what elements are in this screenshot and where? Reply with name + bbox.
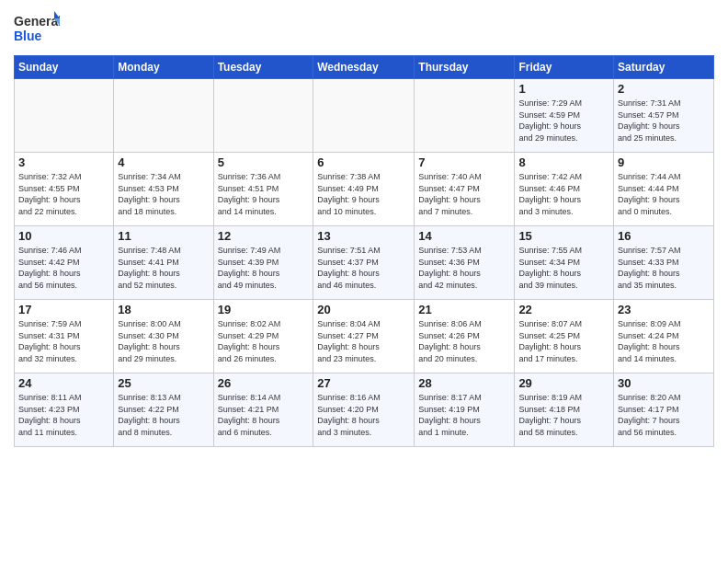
weekday-header-row: SundayMondayTuesdayWednesdayThursdayFrid…	[15, 56, 714, 79]
weekday-header-tuesday: Tuesday	[213, 56, 313, 79]
day-info: Sunrise: 8:06 AM Sunset: 4:26 PM Dayligh…	[418, 318, 510, 364]
day-number: 10	[18, 229, 109, 243]
calendar-cell	[15, 79, 114, 153]
calendar-cell: 17Sunrise: 7:59 AM Sunset: 4:31 PM Dayli…	[15, 300, 114, 373]
day-info: Sunrise: 7:48 AM Sunset: 4:41 PM Dayligh…	[118, 245, 209, 291]
day-number: 14	[418, 229, 510, 243]
day-number: 8	[518, 155, 609, 169]
logo: General Blue	[14, 9, 60, 48]
day-info: Sunrise: 7:55 AM Sunset: 4:34 PM Dayligh…	[518, 245, 609, 291]
day-info: Sunrise: 7:42 AM Sunset: 4:46 PM Dayligh…	[518, 171, 609, 217]
day-number: 7	[418, 155, 510, 169]
calendar-table: SundayMondayTuesdayWednesdayThursdayFrid…	[14, 55, 714, 447]
day-info: Sunrise: 8:11 AM Sunset: 4:23 PM Dayligh…	[18, 392, 109, 438]
day-number: 12	[218, 229, 310, 243]
calendar-cell: 1Sunrise: 7:29 AM Sunset: 4:59 PM Daylig…	[515, 79, 614, 153]
day-info: Sunrise: 8:13 AM Sunset: 4:22 PM Dayligh…	[118, 392, 209, 438]
calendar-cell: 16Sunrise: 7:57 AM Sunset: 4:33 PM Dayli…	[614, 226, 714, 300]
day-info: Sunrise: 7:36 AM Sunset: 4:51 PM Dayligh…	[218, 171, 310, 217]
day-info: Sunrise: 7:34 AM Sunset: 4:53 PM Dayligh…	[118, 171, 209, 217]
day-number: 4	[118, 155, 209, 169]
day-info: Sunrise: 8:07 AM Sunset: 4:25 PM Dayligh…	[518, 318, 609, 364]
calendar-week-row: 24Sunrise: 8:11 AM Sunset: 4:23 PM Dayli…	[15, 373, 714, 447]
day-info: Sunrise: 7:51 AM Sunset: 4:37 PM Dayligh…	[317, 245, 410, 291]
day-number: 28	[418, 376, 510, 390]
calendar-cell: 13Sunrise: 7:51 AM Sunset: 4:37 PM Dayli…	[313, 226, 415, 300]
day-info: Sunrise: 8:00 AM Sunset: 4:30 PM Dayligh…	[118, 318, 209, 364]
day-info: Sunrise: 8:19 AM Sunset: 4:18 PM Dayligh…	[518, 392, 609, 438]
calendar-cell: 7Sunrise: 7:40 AM Sunset: 4:47 PM Daylig…	[415, 153, 515, 226]
weekday-header-saturday: Saturday	[614, 56, 714, 79]
calendar-cell	[114, 79, 213, 153]
day-info: Sunrise: 7:46 AM Sunset: 4:42 PM Dayligh…	[18, 245, 109, 291]
day-info: Sunrise: 8:16 AM Sunset: 4:20 PM Dayligh…	[317, 392, 410, 438]
svg-text:Blue: Blue	[14, 29, 42, 43]
day-number: 24	[18, 376, 109, 390]
calendar-cell: 21Sunrise: 8:06 AM Sunset: 4:26 PM Dayli…	[415, 300, 515, 373]
day-info: Sunrise: 7:49 AM Sunset: 4:39 PM Dayligh…	[218, 245, 310, 291]
day-info: Sunrise: 8:09 AM Sunset: 4:24 PM Dayligh…	[618, 318, 710, 364]
calendar-cell	[313, 79, 415, 153]
calendar-week-row: 17Sunrise: 7:59 AM Sunset: 4:31 PM Dayli…	[15, 300, 714, 373]
calendar-cell: 27Sunrise: 8:16 AM Sunset: 4:20 PM Dayli…	[313, 373, 415, 447]
calendar-cell: 2Sunrise: 7:31 AM Sunset: 4:57 PM Daylig…	[614, 79, 714, 153]
calendar-cell: 11Sunrise: 7:48 AM Sunset: 4:41 PM Dayli…	[114, 226, 213, 300]
calendar-cell: 26Sunrise: 8:14 AM Sunset: 4:21 PM Dayli…	[213, 373, 313, 447]
weekday-header-wednesday: Wednesday	[313, 56, 415, 79]
calendar-cell: 19Sunrise: 8:02 AM Sunset: 4:29 PM Dayli…	[213, 300, 313, 373]
day-info: Sunrise: 7:57 AM Sunset: 4:33 PM Dayligh…	[618, 245, 710, 291]
day-number: 17	[18, 303, 109, 316]
calendar-cell: 10Sunrise: 7:46 AM Sunset: 4:42 PM Dayli…	[15, 226, 114, 300]
day-number: 22	[518, 303, 609, 316]
calendar-cell: 29Sunrise: 8:19 AM Sunset: 4:18 PM Dayli…	[515, 373, 614, 447]
calendar-cell: 30Sunrise: 8:20 AM Sunset: 4:17 PM Dayli…	[614, 373, 714, 447]
day-number: 1	[518, 82, 609, 96]
day-number: 29	[518, 376, 609, 390]
calendar-cell: 5Sunrise: 7:36 AM Sunset: 4:51 PM Daylig…	[213, 153, 313, 226]
day-number: 6	[317, 155, 410, 169]
day-number: 23	[618, 303, 710, 316]
day-number: 15	[518, 229, 609, 243]
day-number: 19	[218, 303, 310, 316]
day-info: Sunrise: 7:53 AM Sunset: 4:36 PM Dayligh…	[418, 245, 510, 291]
calendar-cell: 20Sunrise: 8:04 AM Sunset: 4:27 PM Dayli…	[313, 300, 415, 373]
day-info: Sunrise: 8:14 AM Sunset: 4:21 PM Dayligh…	[218, 392, 310, 438]
logo-svg: General Blue	[14, 9, 60, 48]
day-info: Sunrise: 7:59 AM Sunset: 4:31 PM Dayligh…	[18, 318, 109, 364]
day-info: Sunrise: 8:04 AM Sunset: 4:27 PM Dayligh…	[317, 318, 410, 364]
svg-text:General: General	[14, 14, 60, 29]
day-number: 5	[218, 155, 310, 169]
day-number: 3	[18, 155, 109, 169]
day-number: 26	[218, 376, 310, 390]
day-info: Sunrise: 7:40 AM Sunset: 4:47 PM Dayligh…	[418, 171, 510, 217]
calendar-cell: 4Sunrise: 7:34 AM Sunset: 4:53 PM Daylig…	[114, 153, 213, 226]
day-number: 2	[618, 82, 710, 96]
calendar-cell: 25Sunrise: 8:13 AM Sunset: 4:22 PM Dayli…	[114, 373, 213, 447]
day-number: 20	[317, 303, 410, 316]
day-info: Sunrise: 7:44 AM Sunset: 4:44 PM Dayligh…	[618, 171, 710, 217]
day-info: Sunrise: 8:02 AM Sunset: 4:29 PM Dayligh…	[218, 318, 310, 364]
weekday-header-thursday: Thursday	[415, 56, 515, 79]
day-number: 11	[118, 229, 209, 243]
day-info: Sunrise: 7:29 AM Sunset: 4:59 PM Dayligh…	[518, 98, 609, 144]
day-number: 9	[618, 155, 710, 169]
calendar-cell: 12Sunrise: 7:49 AM Sunset: 4:39 PM Dayli…	[213, 226, 313, 300]
weekday-header-sunday: Sunday	[15, 56, 114, 79]
calendar-cell: 18Sunrise: 8:00 AM Sunset: 4:30 PM Dayli…	[114, 300, 213, 373]
calendar-cell: 24Sunrise: 8:11 AM Sunset: 4:23 PM Dayli…	[15, 373, 114, 447]
day-info: Sunrise: 7:32 AM Sunset: 4:55 PM Dayligh…	[18, 171, 109, 217]
day-info: Sunrise: 7:31 AM Sunset: 4:57 PM Dayligh…	[618, 98, 710, 144]
calendar-cell: 28Sunrise: 8:17 AM Sunset: 4:19 PM Dayli…	[415, 373, 515, 447]
calendar-week-row: 1Sunrise: 7:29 AM Sunset: 4:59 PM Daylig…	[15, 79, 714, 153]
day-info: Sunrise: 8:17 AM Sunset: 4:19 PM Dayligh…	[418, 392, 510, 438]
day-number: 30	[618, 376, 710, 390]
day-number: 21	[418, 303, 510, 316]
day-number: 13	[317, 229, 410, 243]
calendar-cell: 23Sunrise: 8:09 AM Sunset: 4:24 PM Dayli…	[614, 300, 714, 373]
calendar-cell: 6Sunrise: 7:38 AM Sunset: 4:49 PM Daylig…	[313, 153, 415, 226]
calendar-cell: 9Sunrise: 7:44 AM Sunset: 4:44 PM Daylig…	[614, 153, 714, 226]
day-number: 25	[118, 376, 209, 390]
calendar-cell: 15Sunrise: 7:55 AM Sunset: 4:34 PM Dayli…	[515, 226, 614, 300]
calendar-cell: 22Sunrise: 8:07 AM Sunset: 4:25 PM Dayli…	[515, 300, 614, 373]
calendar-cell	[415, 79, 515, 153]
